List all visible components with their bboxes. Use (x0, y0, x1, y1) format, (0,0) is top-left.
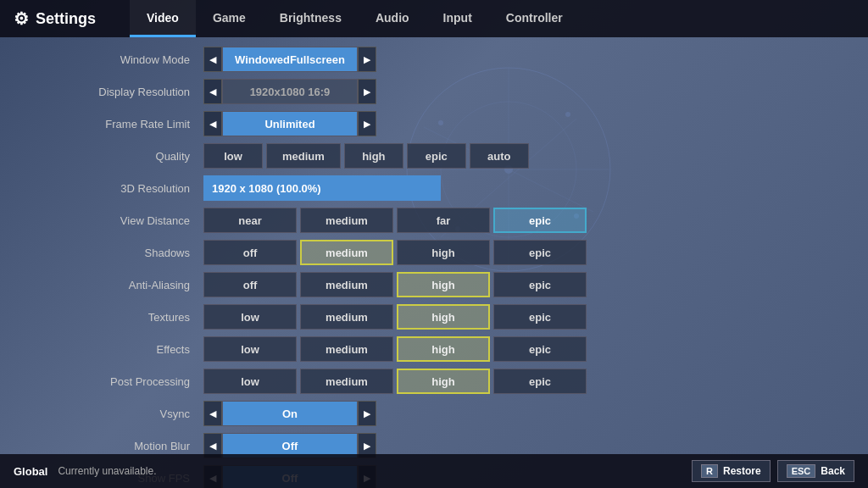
post-processing-epic[interactable]: epic (493, 369, 587, 394)
restore-key: R (701, 464, 718, 478)
display-resolution-row: Display Resolution ◀ 1920x1080 16:9 ▶ (51, 78, 817, 105)
view-distance-far[interactable]: far (397, 208, 490, 233)
post-processing-buttons: low medium high epic (203, 369, 587, 394)
vsync-label: Vsync (51, 408, 203, 420)
bottombar: Global Currently unavailable. R Restore … (0, 454, 868, 488)
shadows-row: Shadows off medium high epic (51, 239, 817, 266)
back-key: ESC (787, 464, 816, 478)
post-processing-high[interactable]: high (397, 369, 490, 394)
anti-aliasing-off[interactable]: off (203, 272, 297, 297)
effects-label: Effects (51, 343, 203, 356)
resolution-3d-label: 3D Resolution (51, 182, 203, 195)
shadows-buttons: off medium high epic (203, 240, 587, 265)
frame-rate-next[interactable]: ▶ (358, 111, 376, 136)
tab-input[interactable]: Input (426, 0, 489, 37)
resolution-3d-row: 3D Resolution 1920 x 1080 (100.0%) (51, 175, 817, 202)
quality-auto[interactable]: auto (470, 143, 529, 169)
quality-medium[interactable]: medium (266, 143, 341, 169)
vsync-next[interactable]: ▶ (358, 401, 376, 426)
shadows-off[interactable]: off (203, 240, 297, 265)
tab-controller[interactable]: Controller (489, 0, 580, 37)
quality-low[interactable]: low (203, 143, 263, 169)
gear-icon: ⚙ (14, 8, 29, 29)
nav-tabs: Video Game Brightness Audio Input Contro… (130, 0, 580, 37)
topbar: ⚙ Settings Video Game Brightness Audio I… (0, 0, 868, 37)
textures-buttons: low medium high epic (203, 304, 587, 330)
quality-label: Quality (51, 150, 203, 163)
tab-game[interactable]: Game (196, 0, 263, 37)
window-mode-next[interactable]: ▶ (358, 47, 376, 72)
anti-aliasing-label: Anti-Aliasing (51, 279, 203, 291)
frame-rate-prev[interactable]: ◀ (203, 111, 222, 136)
quality-epic[interactable]: epic (407, 143, 466, 169)
back-label: Back (821, 465, 845, 477)
effects-buttons: low medium high epic (203, 336, 587, 362)
quality-row: Quality low medium high epic auto (51, 142, 817, 169)
status-text: Currently unavailable. (58, 465, 156, 477)
effects-high[interactable]: high (397, 336, 490, 362)
textures-label: Textures (51, 311, 203, 324)
shadows-epic[interactable]: epic (493, 240, 587, 265)
tab-video[interactable]: Video (130, 0, 196, 37)
bottom-left: Global Currently unavailable. (14, 465, 157, 478)
anti-aliasing-row: Anti-Aliasing off medium high epic (51, 271, 817, 298)
shadows-medium[interactable]: medium (300, 240, 393, 265)
vsync-prev[interactable]: ◀ (203, 401, 222, 426)
display-resolution-next[interactable]: ▶ (358, 79, 376, 104)
post-processing-medium[interactable]: medium (300, 369, 393, 394)
global-label: Global (14, 465, 47, 478)
display-resolution-value: 1920x1080 16:9 (222, 79, 358, 104)
bottom-right: R Restore ESC Back (692, 460, 854, 482)
frame-rate-selector: ◀ Unlimited ▶ (203, 111, 376, 136)
effects-low[interactable]: low (203, 336, 297, 362)
anti-aliasing-epic[interactable]: epic (493, 272, 587, 297)
effects-row: Effects low medium high epic (51, 336, 817, 363)
frame-rate-row: Frame Rate Limit ◀ Unlimited ▶ (51, 110, 817, 137)
window-mode-prev[interactable]: ◀ (203, 47, 222, 72)
post-processing-low[interactable]: low (203, 369, 297, 394)
app-title-text: Settings (36, 10, 96, 28)
post-processing-row: Post Processing low medium high epic (51, 368, 817, 395)
display-resolution-selector: ◀ 1920x1080 16:9 ▶ (203, 79, 376, 104)
anti-aliasing-medium[interactable]: medium (300, 272, 393, 297)
display-resolution-prev[interactable]: ◀ (203, 79, 222, 104)
tab-audio[interactable]: Audio (359, 0, 426, 37)
view-distance-buttons: near medium far epic (203, 208, 587, 233)
view-distance-label: View Distance (51, 214, 203, 227)
window-mode-selector: ◀ WindowedFullscreen ▶ (203, 47, 376, 72)
shadows-high[interactable]: high (397, 240, 490, 265)
view-distance-epic[interactable]: epic (493, 208, 587, 233)
shadows-label: Shadows (51, 247, 203, 259)
back-button[interactable]: ESC Back (777, 460, 854, 482)
restore-button[interactable]: R Restore (692, 460, 771, 482)
vsync-row: Vsync ◀ On ▶ (51, 400, 817, 427)
textures-row: Textures low medium high epic (51, 303, 817, 330)
frame-rate-value: Unlimited (222, 111, 358, 136)
quality-high[interactable]: high (344, 143, 403, 169)
textures-medium[interactable]: medium (300, 304, 393, 330)
display-resolution-label: Display Resolution (51, 86, 203, 98)
post-processing-label: Post Processing (51, 375, 203, 388)
textures-low[interactable]: low (203, 304, 297, 330)
window-mode-value: WindowedFullscreen (222, 47, 358, 72)
app-title: ⚙ Settings (14, 8, 96, 29)
window-mode-row: Window Mode ◀ WindowedFullscreen ▶ (51, 46, 817, 73)
textures-epic[interactable]: epic (493, 304, 587, 330)
effects-epic[interactable]: epic (493, 336, 587, 362)
vsync-selector: ◀ On ▶ (203, 401, 376, 426)
settings-content: Window Mode ◀ WindowedFullscreen ▶ Displ… (0, 37, 868, 488)
motion-blur-label: Motion Blur (51, 440, 203, 452)
anti-aliasing-high[interactable]: high (397, 272, 490, 297)
tab-brightness[interactable]: Brightness (263, 0, 359, 37)
frame-rate-label: Frame Rate Limit (51, 118, 203, 130)
restore-label: Restore (723, 465, 761, 477)
textures-high[interactable]: high (397, 304, 490, 330)
quality-buttons: low medium high epic auto (203, 143, 529, 169)
view-distance-near[interactable]: near (203, 208, 297, 233)
anti-aliasing-buttons: off medium high epic (203, 272, 587, 297)
view-distance-row: View Distance near medium far epic (51, 207, 817, 234)
effects-medium[interactable]: medium (300, 336, 393, 362)
view-distance-medium[interactable]: medium (300, 208, 393, 233)
resolution-3d-value: 1920 x 1080 (100.0%) (203, 175, 441, 201)
vsync-value: On (222, 401, 358, 426)
